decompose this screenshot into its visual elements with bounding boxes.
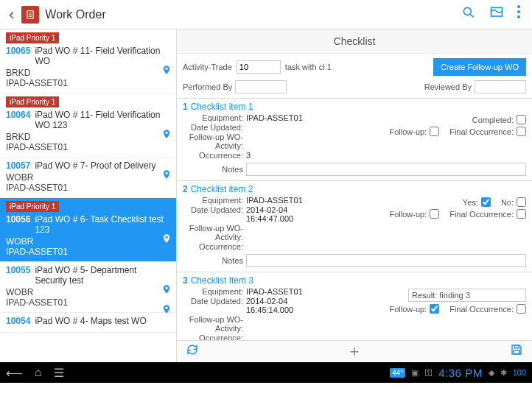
work-order-card[interactable]: 10055iPad WO # 5- Department Security te…	[0, 262, 176, 313]
wo-meta: WOBR	[6, 236, 170, 247]
gallery-icon: ▣	[411, 368, 419, 378]
final-occurrence-check[interactable]: Final Occurrence:	[449, 304, 526, 314]
checklist-item: 3Checklist Item 3 Equipment:IPAD-ASSET01…	[177, 272, 532, 340]
bottom-toolbar: +	[177, 340, 532, 362]
checklist-item-title: 3Checklist Item 3	[183, 275, 526, 286]
priority-badge: iPad Priority 1	[6, 96, 59, 107]
top-bar: ‹ Work Order	[0, 0, 532, 29]
followup-check[interactable]: Follow-up:	[389, 209, 439, 219]
wo-asset: IPAD-ASSET01	[6, 142, 170, 152]
map-pin-icon[interactable]	[161, 168, 172, 184]
key-icon: ⚿	[424, 368, 433, 377]
wo-title: iPad WO # 7- Proof of Delivery	[35, 160, 170, 171]
notes-input[interactable]	[246, 163, 526, 176]
result-box[interactable]: Result: finding 3	[408, 289, 526, 302]
create-followup-button[interactable]: Create Follow-up WO	[433, 58, 526, 76]
temp-badge: 44°	[390, 368, 405, 378]
wo-meta: BRKD	[6, 132, 170, 142]
wo-id: 10055	[6, 265, 30, 286]
svg-line-5	[471, 15, 474, 18]
priority-badge: iPad Priority 1	[6, 32, 59, 43]
wo-id: 10057	[6, 160, 30, 171]
wo-title: iPad WO # 11- Field Verification WO 123	[35, 110, 170, 130]
search-icon[interactable]	[461, 5, 476, 24]
checklist-item-title: 1Checklist item 1	[183, 102, 526, 112]
work-order-card[interactable]: 10054iPad WO # 4- Maps test WO	[0, 313, 176, 333]
followup-check[interactable]: Follow-up:	[389, 304, 439, 314]
add-icon[interactable]: +	[350, 342, 360, 361]
wo-id: 10064	[6, 110, 30, 130]
map-pin-icon[interactable]	[161, 63, 172, 80]
yes-check[interactable]: Yes:	[463, 197, 491, 207]
battery-label: 100	[513, 368, 526, 377]
task-label: task with cl 1	[285, 63, 332, 71]
map-pin-icon[interactable]	[161, 232, 172, 248]
map-icon[interactable]	[489, 5, 504, 24]
wo-asset: IPAD-ASSET01	[6, 78, 170, 88]
performed-by-input[interactable]	[235, 80, 287, 93]
android-back-icon[interactable]: ⟵	[6, 366, 23, 380]
work-order-card[interactable]: iPad Priority 110065iPad WO # 11- Field …	[0, 29, 176, 93]
svg-rect-8	[514, 350, 519, 354]
final-occurrence-check[interactable]: Final Occurrence:	[449, 127, 526, 136]
wo-title: iPad WO # 11- Field Verification WO	[35, 46, 170, 66]
wo-meta: WOBR	[6, 287, 170, 297]
wo-meta: BRKD	[6, 68, 170, 78]
bluetooth-icon: ✱	[500, 368, 507, 378]
wo-title: iPad WO # 5- Department Security test	[35, 265, 170, 286]
checklist-header: Checklist	[177, 29, 532, 54]
map-pin-icon[interactable]	[161, 127, 172, 144]
android-recent-icon[interactable]: ☰	[54, 366, 64, 380]
wifi-icon: ◆	[489, 368, 494, 378]
svg-rect-7	[514, 345, 519, 348]
checklist-item-title: 2Checklist item 2	[183, 184, 526, 194]
work-order-list[interactable]: iPad Priority 110065iPad WO # 11- Field …	[0, 29, 177, 362]
wo-asset: IPAD-ASSET01	[6, 297, 170, 308]
notes-input[interactable]	[246, 254, 526, 267]
map-pin-icon[interactable]	[161, 303, 172, 319]
wo-title: iPad WO # 6- Task Checklist test 123	[35, 214, 170, 235]
back-icon[interactable]: ‹	[6, 5, 17, 24]
wo-id: 10065	[6, 46, 30, 66]
priority-badge: iPad Priority 1	[6, 201, 59, 212]
checklist-item: 2Checklist item 2 Equipment:IPAD-ASSET01…	[177, 180, 532, 272]
performed-by-label: Performed By	[183, 82, 232, 91]
checklist-panel: Checklist Activity-Trade task with cl 1 …	[177, 29, 532, 362]
save-icon[interactable]	[510, 343, 523, 360]
wo-title: iPad WO # 4- Maps test WO	[35, 316, 170, 326]
work-order-card[interactable]: iPad Priority 110064iPad WO # 11- Field …	[0, 93, 176, 158]
reviewed-by-input[interactable]	[475, 80, 526, 93]
work-order-card[interactable]: 10057iPad WO # 7- Proof of DeliveryWOBRI…	[0, 158, 176, 198]
android-nav-bar: ⟵ ⌂ ☰ 44° ▣ ⚿ 4:36 PM ◆ ✱ 100	[0, 362, 532, 383]
map-pin-icon[interactable]	[161, 283, 172, 299]
wo-id: 10056	[6, 214, 30, 235]
followup-check[interactable]: Follow-up:	[389, 127, 439, 136]
wo-asset: IPAD-ASSET01	[6, 183, 170, 193]
clock: 4:36 PM	[438, 367, 482, 379]
work-order-card[interactable]: iPad Priority 110056iPad WO # 6- Task Ch…	[0, 198, 176, 262]
completed-check[interactable]: Completed:	[472, 115, 526, 124]
wo-meta: WOBR	[6, 172, 170, 183]
reviewed-by-label: Reviewed By	[424, 82, 472, 91]
page-title: Work Order	[45, 8, 461, 21]
refresh-icon[interactable]	[186, 343, 199, 360]
final-occurrence-check[interactable]: Final Occurrence:	[449, 209, 526, 219]
wo-id: 10054	[6, 316, 30, 326]
android-home-icon[interactable]: ⌂	[35, 366, 42, 379]
no-check[interactable]: No:	[501, 197, 526, 207]
overflow-menu-icon[interactable]	[517, 5, 520, 24]
checklist-item: 1Checklist item 1 Equipment:IPAD-ASSET01…	[177, 98, 532, 180]
activity-trade-label: Activity-Trade	[183, 63, 232, 71]
activity-trade-input[interactable]	[237, 60, 281, 74]
wo-asset: IPAD-ASSET01	[6, 247, 170, 257]
checklist-list[interactable]: 1Checklist item 1 Equipment:IPAD-ASSET01…	[177, 98, 532, 340]
svg-point-4	[463, 7, 471, 15]
app-icon[interactable]	[21, 6, 39, 24]
